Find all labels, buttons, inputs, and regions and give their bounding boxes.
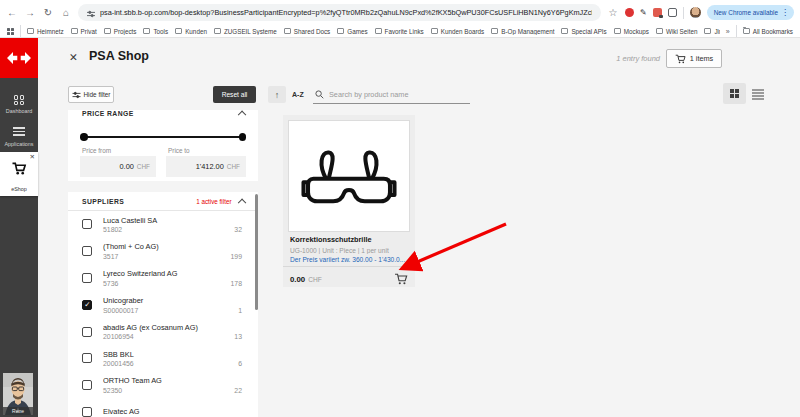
bookmark-label: Kunden [185, 28, 207, 35]
search-input[interactable] [329, 90, 459, 99]
bookmark-item[interactable]: Heimnetz [27, 28, 64, 35]
price-from-input[interactable]: 0.00 CHF [80, 156, 156, 177]
extensions-icon[interactable] [668, 8, 677, 17]
close-eshop-icon[interactable]: ✕ [30, 153, 35, 161]
hide-filter-button[interactable]: Hide filter [68, 86, 114, 103]
bookmark-item[interactable]: Mockups [614, 28, 649, 35]
bookmark-item[interactable]: Special APIs [561, 28, 606, 35]
supplier-checkbox[interactable] [82, 219, 92, 229]
reload-icon[interactable]: ↻ [42, 8, 54, 18]
sort-direction-button[interactable]: ↑ [268, 86, 286, 103]
suppliers-filter-section: SUPPLIERS 1 active filter Luca Castelli … [68, 192, 258, 417]
bookmark-item[interactable]: Kunden [175, 28, 207, 35]
new-chrome-button[interactable]: New Chrome available ⋮ [707, 5, 794, 20]
supplier-row: Luca Castelli SA5180232 [68, 211, 258, 238]
bookmarks-bar: HeimnetzPrivatProjectsToolsKundenZUGSEIL… [0, 25, 800, 38]
bookmark-label: Kunden Boards [441, 28, 484, 35]
site-settings-icon[interactable] [87, 4, 95, 21]
sort-order-label[interactable]: A-Z [292, 91, 304, 98]
price-filter-section: PRICE RANGE Price from Price to 0.00 CHF… [68, 110, 258, 181]
product-name: Korrektionsschutzbrille [290, 235, 408, 244]
product-price: 0.00 [290, 275, 305, 284]
supplier-checkbox[interactable] [82, 246, 92, 256]
profile-avatar[interactable] [690, 7, 701, 18]
supplier-checkbox[interactable] [82, 327, 92, 337]
supplier-checkbox[interactable] [82, 273, 92, 283]
bookmark-item[interactable]: Tools [143, 28, 168, 35]
bookmark-item[interactable]: Favorite Links [375, 28, 424, 35]
sidebar-item-dashboard[interactable]: Dashboard [0, 95, 38, 114]
supplier-checkbox[interactable] [82, 380, 92, 390]
user-avatar[interactable]: Rene [3, 373, 33, 415]
forward-icon[interactable]: → [24, 8, 36, 18]
reset-all-button[interactable]: Reset all [213, 86, 256, 103]
search-icon [315, 90, 324, 99]
price-to-label: Price to [168, 147, 190, 154]
safety-goggles-image [299, 138, 399, 214]
filter-scrollbar[interactable] [255, 194, 258, 310]
new-chrome-label: New Chrome available [714, 9, 778, 16]
grid-view-button[interactable] [723, 83, 746, 104]
bookmark-item[interactable]: Wiki Seiten [656, 28, 698, 35]
list-view-button[interactable] [752, 88, 764, 101]
address-bar[interactable]: psa-int.sbb.b-op.com/bop-desktop?Busines… [78, 4, 601, 21]
sidebar: Dashboard Applications ✕ eShop [0, 38, 38, 417]
divider [683, 7, 684, 19]
collapse-chevron-icon[interactable] [238, 198, 246, 206]
bookmark-label: ZUGSEIL Systeme [224, 28, 277, 35]
sbb-logo[interactable] [0, 38, 38, 78]
screen: ← → ↻ ⌂ psa-int.sbb.b-op.com/bop-desktop… [0, 0, 800, 417]
bookmark-item[interactable]: ZUGSEIL Systeme [214, 28, 277, 35]
price-to-input[interactable]: 1'412.00 CHF [166, 156, 246, 177]
supplier-row: UnicograberS000000171 [68, 291, 258, 318]
supplier-name: Luca Castelli SA [103, 216, 242, 225]
menu-kebab-icon[interactable]: ⋮ [781, 8, 789, 17]
bookmark-item[interactable]: Projects [104, 28, 137, 35]
folder-icon [71, 28, 78, 34]
folder-icon [104, 28, 111, 34]
supplier-product-count: 6 [238, 360, 242, 367]
product-footer: 0.00 CHF [283, 266, 415, 287]
bookmark-item[interactable]: Jira [704, 28, 719, 35]
supplier-product-count: 32 [234, 226, 242, 233]
bookmark-item[interactable]: Privat [71, 28, 97, 35]
price-section-title: PRICE RANGE [82, 110, 240, 117]
sidebar-tab-eshop[interactable]: ✕ eShop [0, 152, 38, 196]
price-slider-min-handle[interactable] [80, 133, 88, 141]
product-image [288, 120, 410, 232]
supplier-checkbox[interactable] [82, 300, 92, 310]
sidebar-item-applications[interactable]: Applications [0, 125, 38, 147]
bookmark-item[interactable]: Games [337, 28, 367, 35]
adblock-extension-icon[interactable] [625, 8, 634, 17]
supplier-id: 5736 [103, 280, 118, 287]
bookmark-item[interactable]: B-Op Management [491, 28, 554, 35]
suppliers-section-title: SUPPLIERS [82, 198, 188, 205]
cart-button[interactable]: 1 items [666, 49, 722, 68]
divider [736, 25, 737, 37]
pen-extension-icon[interactable]: ✎ [640, 8, 647, 17]
product-card[interactable]: Korrektionsschutzbrille UG-1000 | Unit :… [283, 115, 415, 287]
close-app-icon[interactable]: ✕ [69, 51, 78, 63]
screenshot-extension-icon[interactable] [653, 8, 662, 17]
all-bookmarks-button[interactable]: All Bookmarks [743, 28, 793, 35]
bookmark-label: Heimnetz [37, 28, 64, 35]
bookmark-item[interactable]: Kunden Boards [431, 28, 484, 35]
back-icon[interactable]: ← [6, 8, 18, 18]
add-to-cart-icon[interactable] [394, 273, 408, 285]
supplier-checkbox[interactable] [82, 407, 92, 417]
bookmarks-more-icon[interactable]: » [726, 28, 730, 35]
folder-icon [284, 28, 291, 34]
supplier-name: ORTHO Team AG [103, 376, 242, 385]
product-price-note-link[interactable]: Der Preis variiert zw. 360.00 - 1'430.0.… [290, 256, 408, 263]
user-name-label: Rene [3, 407, 33, 415]
price-slider-max-handle[interactable] [239, 133, 247, 141]
bookmark-item[interactable]: Shared Docs [284, 28, 330, 35]
supplier-checkbox[interactable] [82, 353, 92, 363]
bookmark-label: Games [347, 28, 367, 35]
home-icon[interactable]: ⌂ [60, 8, 72, 18]
supplier-name: SBB BKL [103, 350, 242, 359]
bookmark-star-icon[interactable]: ☆ [607, 8, 619, 18]
apps-grid-icon[interactable] [7, 28, 14, 35]
grid-view-icon [730, 89, 739, 98]
supplier-id: 20106954 [103, 333, 134, 340]
